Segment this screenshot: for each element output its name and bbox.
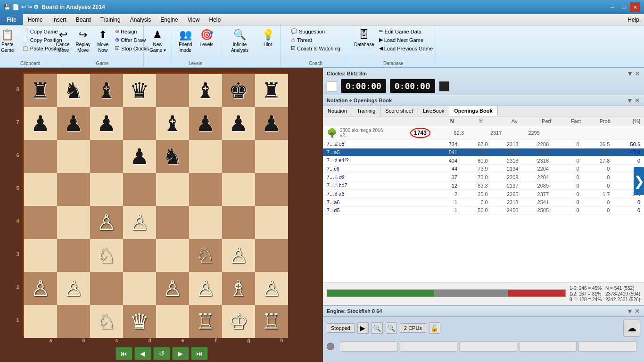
big-right-arrow-button[interactable]: ❯ xyxy=(634,167,644,195)
opening-row-nbd7[interactable]: 7...♘bd7 12 83.3 2137 2089 0 0 0 xyxy=(323,181,644,190)
square-g7[interactable]: ♟ xyxy=(222,107,255,140)
square-c8[interactable]: ♝ xyxy=(90,74,123,107)
menu-insert[interactable]: Insert xyxy=(48,14,71,25)
square-c4[interactable]: ♙ xyxy=(90,206,123,239)
opening-row-d5[interactable]: 7...d5 1 50.0 2450 2505 0 0 0 xyxy=(323,206,644,214)
square-e2[interactable]: ♙ xyxy=(156,272,189,305)
infinite-analysis-button[interactable]: 🔍 Infinite Analysis xyxy=(222,27,257,55)
square-b6[interactable] xyxy=(57,140,90,173)
opening-row-a5[interactable]: 7...a5 541 60.9 2342 2301 0 33.9 47.0 xyxy=(323,148,644,156)
square-d6[interactable]: ♟ xyxy=(123,140,156,173)
prev-move-button[interactable]: ◀ xyxy=(134,347,151,360)
square-b3[interactable] xyxy=(57,239,90,272)
load-prev-game-button[interactable]: ◀ Load Previous Game xyxy=(377,44,435,52)
opening-row-nc6[interactable]: 7...♘c6 37 73.0 2209 2204 0 0 0 xyxy=(323,173,644,181)
square-h2[interactable]: ♙ xyxy=(255,272,288,305)
square-a4[interactable] xyxy=(24,206,57,239)
tab-livebook[interactable]: LiveBook xyxy=(418,106,449,116)
square-f2[interactable]: ♙ xyxy=(189,272,222,305)
square-g4[interactable] xyxy=(222,206,255,239)
square-f7[interactable]: ♟ xyxy=(189,107,222,140)
square-e7[interactable]: ♝ xyxy=(156,107,189,140)
tab-openings-book[interactable]: Openings Book xyxy=(449,106,497,116)
levels-button[interactable]: 🎯 Levels xyxy=(197,27,216,49)
hint-button[interactable]: 💡 Hint xyxy=(258,27,277,49)
square-d7[interactable] xyxy=(123,107,156,140)
menu-board[interactable]: Board xyxy=(71,14,96,25)
square-h4[interactable] xyxy=(255,206,288,239)
opening-row-be4[interactable]: 7...♗e4!? 404 61.0 2313 2316 0 27.8 0 xyxy=(323,156,644,165)
square-b2[interactable]: ♙ xyxy=(57,272,90,305)
engine-expand-button[interactable]: ▼ xyxy=(627,307,633,315)
square-f4[interactable] xyxy=(189,206,222,239)
maximize-button[interactable]: □ xyxy=(619,2,629,12)
square-g6[interactable] xyxy=(222,140,255,173)
square-d2[interactable] xyxy=(123,272,156,305)
menu-file[interactable]: File xyxy=(0,14,23,25)
square-d5[interactable] xyxy=(123,173,156,206)
new-game-button[interactable]: ♟ NewGame ▾ xyxy=(148,27,168,55)
square-e3[interactable] xyxy=(156,239,189,272)
square-c1[interactable]: ♘ xyxy=(90,305,123,338)
square-c5[interactable] xyxy=(90,173,123,206)
square-b8[interactable]: ♞ xyxy=(57,74,90,107)
square-a7[interactable]: ♟ xyxy=(24,107,57,140)
opening-row-a6[interactable]: 7...a6 1 0.0 2318 2541 0 0 0 xyxy=(323,198,644,206)
square-c3[interactable]: ♘ xyxy=(90,239,123,272)
edit-game-data-button[interactable]: ✏ Edit Game Data xyxy=(377,27,435,35)
close-button[interactable]: ✕ xyxy=(630,2,640,12)
square-f5[interactable] xyxy=(189,173,222,206)
paste-game-button[interactable]: 📋 Paste Game xyxy=(0,27,19,55)
suggestion-button[interactable]: 💬 Suggestion xyxy=(289,27,342,35)
square-a6[interactable] xyxy=(24,140,57,173)
engine-zoom-in-button[interactable]: 🔍 xyxy=(372,322,383,334)
square-f3[interactable]: ♘ xyxy=(189,239,222,272)
square-e1[interactable] xyxy=(156,305,189,338)
square-g3[interactable]: ♙ xyxy=(222,239,255,272)
clocks-close-button[interactable]: ✕ xyxy=(635,70,640,77)
square-h5[interactable] xyxy=(255,173,288,206)
square-g5[interactable] xyxy=(222,173,255,206)
square-f8[interactable]: ♝ xyxy=(189,74,222,107)
load-next-game-button[interactable]: ▶ Load Next Game xyxy=(377,36,435,44)
opening-row-c6[interactable]: 7...c6 44 73.9 2194 2204 0 0 0 xyxy=(323,165,644,173)
undo-move-button[interactable]: ↺ xyxy=(153,347,170,360)
replay-move-button[interactable]: ↪ Replay Move xyxy=(74,27,92,55)
square-a2[interactable]: ♙ xyxy=(24,272,57,305)
tab-training[interactable]: Training xyxy=(352,106,380,116)
menu-help[interactable]: Help xyxy=(205,14,226,25)
menu-engine[interactable]: Engine xyxy=(156,14,182,25)
square-h3[interactable] xyxy=(255,239,288,272)
cloud-button[interactable]: ☁ xyxy=(623,320,640,337)
friend-mode-button[interactable]: 👥 Friend mode xyxy=(175,27,196,55)
stopped-button[interactable]: Stopped xyxy=(327,323,355,333)
square-a3[interactable] xyxy=(24,239,57,272)
square-e6[interactable]: ♞ xyxy=(156,140,189,173)
tab-notation[interactable]: Notation xyxy=(323,106,352,116)
next-move-button[interactable]: ▶ xyxy=(172,347,189,360)
menu-analysis[interactable]: Analysis xyxy=(125,14,156,25)
move-now-button[interactable]: ⬆ Move Now xyxy=(93,27,112,55)
square-h1[interactable]: ♖ xyxy=(255,305,288,338)
square-a8[interactable]: ♜ xyxy=(24,74,57,107)
square-c6[interactable] xyxy=(90,140,123,173)
square-h6[interactable] xyxy=(255,140,288,173)
square-e5[interactable] xyxy=(156,173,189,206)
square-d8[interactable]: ♛ xyxy=(123,74,156,107)
square-d4[interactable]: ♙ xyxy=(123,206,156,239)
tab-score-sheet[interactable]: Score sheet xyxy=(380,106,418,116)
help-right[interactable]: Help xyxy=(623,15,644,25)
square-e4[interactable] xyxy=(156,206,189,239)
square-d1[interactable]: ♛ xyxy=(123,305,156,338)
square-c2[interactable] xyxy=(90,272,123,305)
notation-expand-button[interactable]: ▼ xyxy=(627,97,633,104)
engine-play-button[interactable]: ▶ xyxy=(357,322,369,334)
menu-home[interactable]: Home xyxy=(23,14,48,25)
opening-row-ba6[interactable]: 7...♗a6 2 25.0 2265 2377 0 1.7 2.4 xyxy=(323,190,644,198)
coach-watching-button[interactable]: ☑ Coach Is Watching xyxy=(289,44,342,52)
menu-view[interactable]: View xyxy=(183,14,205,25)
engine-close-button[interactable]: ✕ xyxy=(635,307,640,315)
square-b4[interactable] xyxy=(57,206,90,239)
square-g1[interactable]: ♔ xyxy=(222,305,255,338)
square-e8[interactable] xyxy=(156,74,189,107)
